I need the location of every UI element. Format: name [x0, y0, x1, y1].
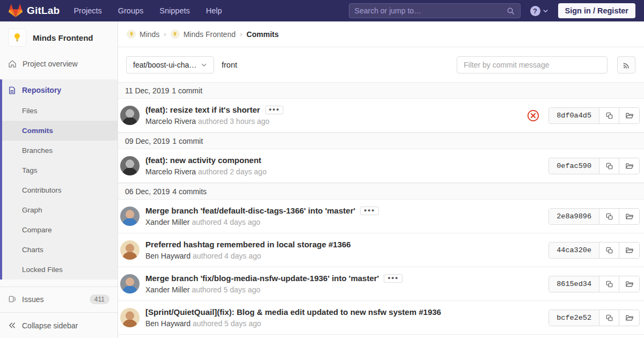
copy-sha-button[interactable] — [599, 243, 619, 258]
double-chevron-left-icon — [8, 321, 16, 329]
help-icon: ? — [530, 6, 540, 16]
commit-title-link[interactable]: Merge branch 'feat/default-disc-tags-136… — [145, 206, 355, 215]
copy-sha-button[interactable] — [599, 108, 619, 123]
sidebar-item-tags[interactable]: Tags — [2, 160, 118, 180]
commit-meta: Xander Miller authored 4 days ago — [145, 218, 379, 226]
commit-date: 11 Dec, 2019 — [125, 86, 169, 95]
commit-title-link[interactable]: (feat): resize text if it's shorter — [145, 105, 260, 114]
sidebar-item-branches[interactable]: Branches — [2, 141, 118, 160]
folder-icon — [625, 280, 634, 288]
commit-sha-group: 8df0a4d5 — [548, 107, 640, 124]
nav-link-projects[interactable]: Projects — [74, 6, 101, 15]
sidebar-item-project-overview[interactable]: Project overview — [0, 52, 118, 76]
commit-author-link[interactable]: Xander Miller — [145, 218, 189, 226]
author-avatar[interactable] — [120, 207, 140, 226]
project-sidebar: Minds Frontend Project overview Reposito… — [0, 21, 118, 338]
breadcrumb-item-project[interactable]: Minds Frontend — [171, 30, 236, 39]
commit-title-link[interactable]: [Sprint/QuietQuail](fix): Blog & media e… — [145, 307, 441, 317]
sidebar-item-graph[interactable]: Graph — [2, 200, 118, 220]
primary-nav: ProjectsGroupsSnippetsHelp — [74, 6, 222, 15]
commit-title-link[interactable]: (feat): new activity component — [145, 156, 261, 165]
brand-wordmark: GitLab — [27, 5, 60, 17]
commit-meta: Ben Hayward authored 4 days ago — [145, 252, 351, 260]
commit-sha[interactable]: 0efac590 — [549, 158, 599, 174]
sidebar-item-compare[interactable]: Compare — [2, 220, 118, 240]
sidebar-item-locked-files[interactable]: Locked Files — [2, 260, 118, 280]
browse-files-button[interactable] — [619, 108, 639, 123]
search-input[interactable] — [355, 6, 507, 15]
nav-link-snippets[interactable]: Snippets — [159, 6, 189, 15]
commit-authored-time: authored 3 hours ago — [198, 117, 269, 126]
sidebar-item-charts[interactable]: Charts — [2, 240, 118, 260]
nav-link-groups[interactable]: Groups — [118, 6, 144, 15]
breadcrumb-current: Commits — [246, 30, 279, 39]
copy-sha-button[interactable] — [599, 209, 619, 224]
global-search[interactable] — [349, 3, 521, 18]
browse-files-button[interactable] — [619, 243, 639, 258]
commit-title-link[interactable]: Merge branch 'fix/blog-media-nsfw-update… — [145, 274, 379, 283]
browse-files-button[interactable] — [619, 276, 639, 292]
commit-meta: Ben Hayward authored 5 days ago — [145, 319, 441, 328]
commit-author-link[interactable]: Ben Hayward — [145, 319, 191, 328]
commit-author-link[interactable]: Marcelo Rivera — [145, 117, 196, 126]
browse-files-button[interactable] — [619, 209, 639, 224]
sidebar-item-files[interactable]: Files — [2, 101, 118, 121]
copy-icon — [605, 314, 613, 322]
commit-description-toggle[interactable]: ●●● — [360, 207, 379, 215]
commit-description-toggle[interactable]: ●●● — [265, 106, 284, 114]
commit-date-header: 06 Dec, 2019 4 commits — [118, 183, 644, 200]
copy-sha-button[interactable] — [599, 158, 619, 174]
branch-name: feat/boost-ui-cha… — [133, 61, 196, 69]
issues-icon — [8, 295, 16, 303]
commit-sha[interactable]: 44ca320e — [549, 243, 599, 258]
breadcrumb: Minds › Minds Frontend › Commits — [118, 21, 644, 47]
author-avatar[interactable] — [120, 308, 140, 327]
browse-files-button[interactable] — [619, 158, 639, 174]
sidebar-item-label: Charts — [22, 246, 43, 254]
commit-sha[interactable]: bcfe2e52 — [549, 310, 599, 326]
commit-sha[interactable]: 2e8a9896 — [549, 209, 599, 224]
sidebar-item-label: Tags — [22, 166, 38, 174]
breadcrumb-separator: › — [164, 30, 166, 38]
commit-description-toggle[interactable]: ●●● — [384, 274, 402, 283]
sidebar-item-commits[interactable]: Commits — [2, 121, 118, 141]
nav-link-help[interactable]: Help — [206, 6, 222, 15]
sidebar-item-contributors[interactable]: Contributors — [2, 180, 118, 200]
gitlab-tanuki-icon — [9, 4, 23, 17]
sidebar-item-label: Issues — [22, 295, 43, 304]
author-avatar[interactable] — [120, 274, 140, 293]
project-header[interactable]: Minds Frontend — [0, 21, 118, 52]
commit-date: 06 Dec, 2019 — [125, 187, 170, 196]
breadcrumb-item-group[interactable]: Minds — [127, 30, 159, 39]
copy-sha-button[interactable] — [599, 310, 619, 326]
author-avatar[interactable] — [120, 156, 140, 175]
rss-feed-button[interactable] — [617, 56, 635, 74]
commit-date: 09 Dec, 2019 — [125, 137, 170, 145]
commit-author-link[interactable]: Ben Hayward — [145, 252, 191, 260]
commit-sha[interactable]: 8615ed34 — [549, 276, 599, 292]
commit-sha-group: 0efac590 — [548, 158, 640, 174]
copy-icon — [605, 112, 613, 120]
commit-author-link[interactable]: Xander Miller — [145, 285, 189, 294]
sidebar-item-repository[interactable]: Repository — [2, 79, 118, 101]
collapse-sidebar-button[interactable]: Collapse sidebar — [0, 312, 118, 338]
breadcrumb-label: Minds Frontend — [184, 30, 236, 39]
sidebar-item-issues[interactable]: Issues 411 — [0, 286, 118, 311]
sign-in-register-button[interactable]: Sign in / Register — [558, 3, 635, 18]
branch-selector-dropdown[interactable]: feat/boost-ui-cha… — [126, 56, 214, 74]
commit-title-link[interactable]: Preferred hashtag remembered in local st… — [145, 240, 351, 249]
author-avatar[interactable] — [120, 106, 140, 125]
issues-count-badge: 411 — [90, 295, 109, 304]
copy-sha-button[interactable] — [599, 276, 619, 292]
collapse-sidebar-label: Collapse sidebar — [22, 321, 78, 330]
commit-meta: Xander Miller authored 5 days ago — [145, 285, 402, 294]
gitlab-logo[interactable]: GitLab — [9, 4, 60, 17]
commit-sha[interactable]: 8df0a4d5 — [549, 108, 599, 123]
pipeline-failed-icon[interactable] — [527, 109, 539, 122]
help-menu[interactable]: ? — [530, 6, 548, 16]
browse-files-button[interactable] — [619, 310, 639, 326]
commit-filter-input[interactable] — [457, 56, 608, 74]
author-avatar[interactable] — [120, 240, 140, 260]
commit-author-link[interactable]: Marcelo Rivera — [145, 167, 196, 176]
sidebar-item-label: Locked Files — [22, 266, 63, 274]
